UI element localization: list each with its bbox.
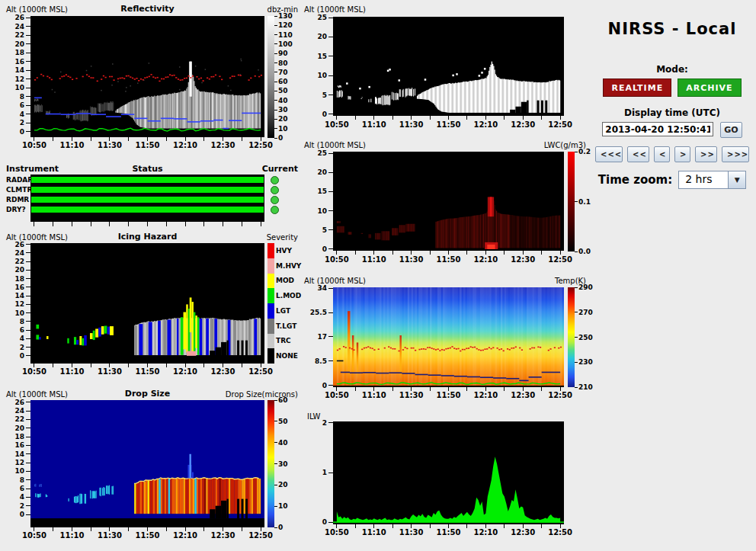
- colorbar-tick-label: 10: [278, 125, 288, 133]
- x-tick: [541, 387, 542, 391]
- status-x-tick: [53, 222, 53, 226]
- go-button[interactable]: GO: [720, 122, 742, 138]
- severity-swatch-mod: [267, 274, 274, 289]
- nav-forward-button[interactable]: >>: [695, 146, 717, 162]
- archive-button[interactable]: ARCHIVE: [678, 78, 741, 97]
- x-tick: [355, 524, 356, 528]
- x-tick-label: 11:10: [59, 142, 85, 149]
- nav-step-forward-button[interactable]: >: [674, 146, 690, 162]
- status-x-tick: [203, 222, 204, 226]
- y-tick-label: 1: [301, 469, 327, 476]
- time-zoom-value: 2 hrs: [679, 171, 728, 188]
- severity-legend-label: MOD: [276, 277, 294, 284]
- colorbar-tick-label: 90: [278, 50, 288, 57]
- y-tick-label: 12: [0, 300, 24, 308]
- dropdown-arrow-icon[interactable]: ▼: [728, 171, 745, 188]
- x-tick-label: 12:10: [172, 368, 198, 376]
- x-tick: [128, 527, 129, 531]
- x-tick: [523, 116, 524, 120]
- x-tick: [466, 251, 467, 255]
- x-tick: [448, 251, 449, 255]
- y-tick-label: 18: [0, 275, 24, 283]
- status-bar: [31, 187, 264, 193]
- time-zoom-row: Time zoom: 2 hrs ▼: [588, 171, 756, 189]
- y-tick-label: 12: [0, 75, 24, 83]
- y-tick-label: 6: [0, 485, 24, 492]
- y-tick-label: 10: [0, 309, 24, 317]
- y-tick-label: 18: [0, 49, 24, 56]
- y-tick-label: 15: [301, 187, 327, 195]
- x-tick-label: 12:50: [248, 142, 274, 149]
- y-tick-label: 0: [301, 245, 327, 253]
- status-x-tick: [34, 222, 34, 226]
- colorbar-tick: [274, 442, 277, 443]
- y-tick-label: 0: [301, 382, 327, 389]
- y-tick-label: 10: [0, 84, 24, 91]
- x-tick: [504, 524, 505, 528]
- colorbar-tick: [274, 463, 277, 464]
- x-tick: [430, 116, 431, 120]
- x-tick-label: 11:50: [135, 368, 161, 376]
- x-tick-label: 11:30: [399, 529, 424, 537]
- x-tick: [411, 116, 412, 120]
- y-tick-label: 17: [301, 333, 327, 341]
- colorbar-tick: [274, 527, 277, 528]
- colorbar-tick: [274, 100, 277, 101]
- status-indicator: [271, 206, 279, 214]
- nav-fast-rewind-button[interactable]: <<<: [595, 146, 623, 162]
- x-tick-label: 11:50: [135, 532, 161, 540]
- colorbar-tick-label: 20: [278, 115, 288, 123]
- severity-swatch-mhvy: [267, 258, 274, 274]
- x-tick-label: 10:50: [324, 121, 350, 129]
- icing-plot: [30, 243, 264, 364]
- x-tick-label: 10:50: [21, 532, 47, 540]
- y-tick-label: 16: [0, 284, 24, 291]
- status-x-tick: [72, 222, 72, 226]
- colorbar-tick-label: 30: [278, 460, 288, 468]
- x-tick-label: 11:30: [97, 532, 123, 540]
- colorbar-dropsize: [267, 400, 274, 527]
- severity-legend-label: TRC: [276, 337, 291, 344]
- y-tick-label: 4: [0, 335, 24, 342]
- x-tick: [166, 364, 167, 367]
- instrument-label-clmtr: CLMTR: [6, 186, 32, 194]
- x-tick-label: 10:50: [324, 256, 350, 264]
- x-tick-label: 11:10: [59, 368, 85, 376]
- display-time-label: Display time (UTC): [588, 107, 756, 118]
- y-tick-label: 8: [0, 93, 24, 101]
- y-tick-label: 26: [0, 399, 24, 406]
- display-time-input[interactable]: [602, 122, 713, 136]
- instrument-label-rdmr: RDMR: [6, 196, 29, 203]
- colorbar-tick: [274, 128, 277, 129]
- status-x-tick: [261, 222, 261, 226]
- x-tick-label: 12:10: [472, 121, 498, 129]
- nav-fast-forward-button[interactable]: >>>: [722, 146, 749, 162]
- colorbar-tick: [575, 287, 578, 288]
- time-zoom-select[interactable]: 2 hrs ▼: [678, 171, 746, 189]
- x-tick: [166, 527, 167, 531]
- x-tick-label: 12:50: [248, 368, 274, 376]
- nav-rewind-button[interactable]: <<: [627, 146, 649, 162]
- colorbar-tick-label: 120: [278, 21, 293, 29]
- x-tick-label: 12:30: [210, 368, 236, 376]
- colorbar-tick: [274, 16, 277, 17]
- colorbar-tick-label: 80: [278, 59, 288, 67]
- y-tick-label: 12: [0, 459, 24, 466]
- x-tick-label: 10:50: [21, 368, 47, 376]
- y-tick-label: 5: [301, 226, 327, 234]
- colorbar-label-lwc: LWC(g/m3): [495, 141, 586, 149]
- status-indicator: [271, 176, 279, 184]
- x-tick: [466, 524, 467, 528]
- status-x-tick: [185, 222, 186, 226]
- x-tick: [541, 251, 542, 255]
- x-tick-label: 11:50: [436, 392, 462, 399]
- colorbar-tick: [575, 387, 578, 388]
- x-tick: [466, 387, 467, 391]
- colorbar-tick: [274, 110, 277, 111]
- realtime-button[interactable]: REALTIME: [603, 78, 671, 97]
- y-tick-label: 22: [0, 258, 24, 265]
- x-tick: [430, 387, 431, 391]
- colorbar-tick-label: 30: [278, 106, 288, 114]
- x-tick-label: 12:50: [547, 256, 573, 264]
- nav-step-back-button[interactable]: <: [654, 146, 670, 162]
